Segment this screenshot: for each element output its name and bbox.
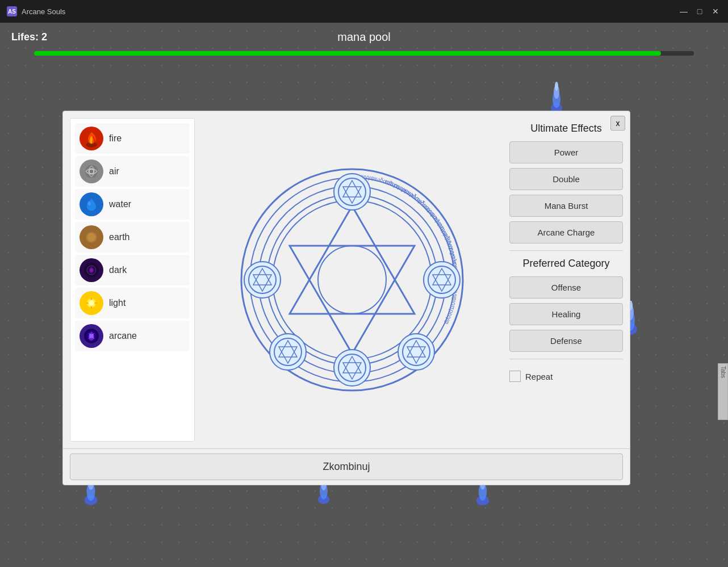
power-button[interactable]: Power — [509, 141, 623, 163]
main-dialog: x fireairwaterearthdarklightarcane .mc {… — [62, 111, 630, 485]
double-button[interactable]: Double — [509, 168, 623, 190]
maximize-button[interactable]: □ — [694, 6, 705, 17]
element-item-air[interactable]: air — [75, 156, 190, 187]
svg-point-21 — [85, 165, 98, 178]
element-item-arcane[interactable]: arcane — [75, 321, 190, 351]
top-bar: Lifes: 2 mana pool — [0, 23, 728, 51]
game-area: Lifes: 2 mana pool x — [0, 23, 728, 567]
svg-point-45 — [334, 174, 370, 210]
svg-point-65 — [398, 334, 434, 370]
lifes-counter: Lifes: 2 — [11, 31, 47, 43]
magic-circle-area: .mc { fill: none; stroke: #5577cc; strok… — [202, 118, 503, 442]
right-panel: Ultimate Effects Power Double Mana Burst… — [509, 118, 623, 442]
offense-button[interactable]: Offense — [509, 276, 623, 299]
svg-point-32 — [89, 300, 94, 306]
water-label: water — [109, 199, 131, 209]
mana-bar-container — [34, 51, 694, 56]
title-bar: AS Arcane Souls — □ ✕ — [0, 0, 728, 23]
light-label: light — [109, 298, 125, 308]
element-item-water[interactable]: water — [75, 189, 190, 220]
flame-decoration — [545, 79, 568, 114]
ultimate-effects-title: Ultimate Effects — [509, 123, 623, 135]
light-icon — [80, 291, 103, 315]
svg-marker-44 — [290, 246, 415, 354]
element-item-earth[interactable]: earth — [75, 222, 190, 253]
air-icon — [80, 159, 103, 183]
separator-2 — [509, 359, 623, 359]
svg-point-69 — [318, 246, 386, 314]
window-controls: — □ ✕ — [678, 6, 721, 17]
defense-button[interactable]: Defense — [509, 330, 623, 352]
svg-point-3 — [555, 82, 558, 91]
svg-point-57 — [424, 262, 460, 298]
element-item-light[interactable]: light — [75, 288, 190, 318]
svg-point-29 — [90, 268, 93, 272]
scroll-tabs: Tabs — [718, 363, 728, 420]
fire-label: fire — [109, 133, 122, 144]
healing-button[interactable]: Healing — [509, 303, 623, 325]
arcane-charge-button[interactable]: Arcane Charge — [509, 221, 623, 243]
app-icon: AS — [7, 6, 17, 16]
earth-icon — [80, 225, 103, 249]
separator-1 — [509, 250, 623, 251]
repeat-label: Repeat — [525, 372, 553, 381]
svg-point-49 — [334, 350, 370, 386]
combine-button[interactable]: Zkombinuj — [70, 453, 623, 480]
element-list: fireairwaterearthdarklightarcane — [70, 118, 195, 442]
mana-pool-label: mana pool — [337, 31, 390, 44]
svg-point-61 — [270, 334, 306, 370]
dark-icon — [80, 258, 103, 282]
arcane-label: arcane — [109, 331, 137, 341]
dialog-content: fireairwaterearthdarklightarcane .mc { f… — [63, 111, 630, 448]
water-icon — [80, 192, 103, 216]
earth-label: earth — [109, 232, 129, 242]
window-close-button[interactable]: ✕ — [710, 6, 721, 17]
air-label: air — [109, 166, 119, 177]
preferred-category-title: Preferred Category — [509, 258, 623, 270]
repeat-checkbox[interactable] — [509, 371, 521, 382]
arcane-icon — [80, 324, 103, 348]
element-item-fire[interactable]: fire — [75, 123, 190, 154]
minimize-button[interactable]: — — [678, 6, 689, 17]
dialog-close-button[interactable]: x — [610, 116, 625, 131]
mana-bar-fill — [34, 51, 661, 56]
fire-icon — [80, 127, 103, 150]
repeat-row: Repeat — [509, 366, 623, 387]
app-title: Arcane Souls — [22, 7, 65, 16]
dark-label: dark — [109, 265, 127, 275]
mana-burst-button[interactable]: Mana Burst — [509, 195, 623, 217]
tabs-label: Tabs — [719, 364, 727, 380]
magic-circle: .mc { fill: none; stroke: #5577cc; strok… — [233, 161, 471, 399]
svg-point-53 — [244, 262, 281, 298]
svg-marker-43 — [290, 206, 415, 314]
element-item-dark[interactable]: dark — [75, 255, 190, 285]
dialog-footer: Zkombinuj — [63, 448, 630, 485]
